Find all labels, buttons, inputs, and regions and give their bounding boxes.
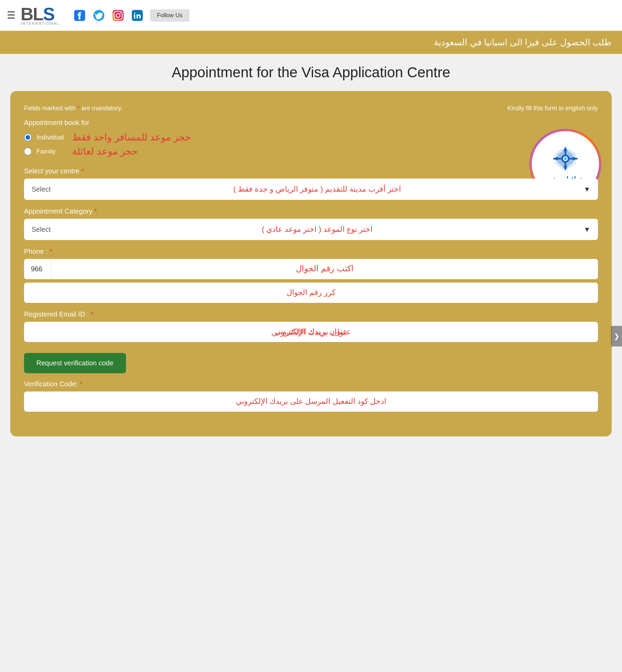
- phone-input[interactable]: [51, 259, 598, 279]
- svg-point-14: [564, 157, 567, 160]
- header: ☰ BLS INTERNATIONAL: [0, 0, 622, 31]
- logo-bls: BLS: [21, 5, 59, 23]
- email-input[interactable]: [24, 322, 598, 342]
- centre-label: Select your centre *: [24, 167, 598, 175]
- phone-repeat-wrapper: [24, 283, 598, 303]
- category-select-value: Select: [32, 226, 51, 234]
- individual-label-en: Individual: [36, 134, 67, 141]
- mandatory-star: *: [77, 105, 80, 112]
- phone-label: Phone : *: [24, 248, 598, 255]
- twitter-icon[interactable]: [92, 9, 105, 22]
- phone-repeat-input[interactable]: [24, 283, 598, 303]
- social-icons: Follow Us: [73, 9, 189, 22]
- individual-radio[interactable]: [24, 134, 32, 141]
- ticker-text: طلب الحصول على فيزا الى اسبانيا في السعو…: [434, 37, 612, 47]
- centre-select-ar: اختر أقرب مدينة للتقديم ( متوفر الرياض و…: [233, 185, 401, 194]
- phone-wrapper: 966: [24, 259, 598, 279]
- verification-field-group: Verification Code: *: [24, 380, 598, 412]
- centre-select-value: Select: [32, 185, 51, 193]
- facebook-icon[interactable]: [73, 9, 86, 22]
- travidev-svg: [546, 145, 584, 172]
- scroll-hint[interactable]: ❯: [611, 326, 622, 346]
- category-chevron-icon: ▼: [584, 226, 590, 234]
- centre-field-group: Select your centre * Select اختر أقرب مد…: [24, 167, 598, 200]
- phone-prefix: 966: [24, 259, 51, 279]
- instagram-icon[interactable]: [112, 9, 125, 22]
- category-field-group: Appointment Category * Select اختر نوع ا…: [24, 207, 598, 240]
- centre-select[interactable]: Select اختر أقرب مدينة للتقديم ( متوفر ا…: [24, 179, 598, 200]
- hamburger-menu[interactable]: ☰: [7, 10, 15, 21]
- radio-group: Individual حجز موعد للمسافر واحد فقط Fam…: [24, 132, 598, 157]
- page-title: Appointment for the Visa Application Cen…: [0, 54, 622, 88]
- individual-row: Individual حجز موعد للمسافر واحد فقط: [24, 132, 598, 143]
- family-row: Family حجز موعد لعائلة: [24, 146, 598, 157]
- phone-field-group: Phone : * 966: [24, 248, 598, 303]
- family-label-ar: حجز موعد لعائلة: [72, 146, 138, 157]
- category-select-ar: اختر نوع الموعد ( اختر موعد عادي ): [262, 225, 372, 234]
- logo-container: BLS INTERNATIONAL: [21, 5, 59, 25]
- centre-chevron-icon: ▼: [584, 185, 590, 193]
- email-field-group: Registered Email ID : * عنوان بريدك الإل…: [24, 310, 598, 345]
- email-label: Registered Email ID : *: [24, 310, 598, 318]
- ticker-banner: طلب الحصول على فيزا الى اسبانيا في السعو…: [0, 31, 622, 54]
- follow-us-button[interactable]: Follow Us: [150, 9, 189, 22]
- category-label: Appointment Category *: [24, 207, 598, 215]
- verification-input[interactable]: [24, 391, 598, 412]
- request-verification-button[interactable]: Request verification code: [24, 353, 126, 373]
- category-select[interactable]: Select اختر نوع الموعد ( اختر موعد عادي …: [24, 219, 598, 240]
- svg-point-4: [120, 13, 121, 14]
- verification-label: Verification Code: *: [24, 380, 598, 388]
- english-only-note: Kindly fill this form in english only: [507, 105, 598, 112]
- family-radio[interactable]: [24, 148, 32, 155]
- individual-label-ar: حجز موعد للمسافر واحد فقط: [72, 132, 191, 143]
- logo-international: INTERNATIONAL: [21, 21, 59, 25]
- linkedin-icon[interactable]: [131, 9, 144, 22]
- family-label-en: Family: [36, 148, 67, 155]
- appointment-book-label: Appointment book for: [24, 119, 598, 127]
- form-card: Fields marked with * are mandatory. Kind…: [10, 91, 612, 436]
